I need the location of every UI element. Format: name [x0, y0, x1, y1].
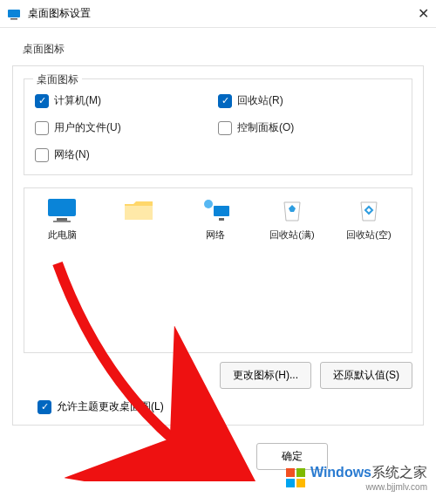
change-icon-button[interactable]: 更改图标(H)...	[220, 362, 311, 389]
checkbox-userfiles[interactable]: 用户的文件(U)	[35, 120, 218, 135]
close-icon[interactable]: ✕	[394, 5, 429, 22]
checkbox-recyclebin-label: 回收站(R)	[237, 93, 283, 108]
svg-rect-6	[214, 206, 229, 216]
dialog-body: 桌面图标 计算机(M) 回收站(R) 用户的文件(U) 控制面板(O) 网络(N…	[12, 65, 424, 426]
checkbox-controlpanel-box[interactable]	[218, 121, 232, 135]
icon-item-recycleempty[interactable]: 回收站(空)	[338, 197, 399, 242]
icon-label-recyclefull: 回收站(满)	[269, 228, 314, 242]
title-bar: 桌面图标设置 ✕	[0, 0, 436, 28]
svg-rect-0	[8, 10, 20, 17]
network-icon	[200, 197, 231, 223]
icon-item-recyclefull[interactable]: 回收站(满)	[262, 197, 323, 242]
icon-item-thispc[interactable]: 此电脑	[31, 197, 92, 242]
checkbox-recyclebin-box[interactable]	[218, 94, 232, 108]
icon-preview-panel: 此电脑 网络 回收站(满) 回收站(空)	[24, 187, 412, 353]
tab-strip: 桌面图标	[10, 37, 436, 62]
checkbox-controlpanel[interactable]: 控制面板(O)	[218, 120, 401, 135]
window-title: 桌面图标设置	[28, 6, 394, 21]
windows-logo-icon	[286, 468, 305, 487]
monitor-icon	[46, 197, 78, 223]
checkbox-controlpanel-label: 控制面板(O)	[237, 120, 294, 135]
watermark: Windows系统之家 www.bjjmlv.com	[286, 464, 427, 492]
checkbox-computer-box[interactable]	[35, 94, 49, 108]
restore-default-button[interactable]: 还原默认值(S)	[320, 362, 412, 389]
recycle-empty-icon	[353, 197, 385, 223]
icon-label-thispc: 此电脑	[48, 228, 77, 242]
checkbox-network-box[interactable]	[35, 148, 49, 162]
checkbox-network[interactable]: 网络(N)	[35, 147, 218, 162]
fieldset-desktop-icons: 桌面图标 计算机(M) 回收站(R) 用户的文件(U) 控制面板(O) 网络(N…	[24, 78, 412, 175]
fieldset-legend: 桌面图标	[33, 72, 82, 87]
recycle-full-icon	[276, 197, 308, 223]
icon-label-recycleempty: 回收站(空)	[346, 228, 391, 242]
svg-point-5	[204, 200, 213, 208]
checkbox-grid: 计算机(M) 回收站(R) 用户的文件(U) 控制面板(O) 网络(N)	[35, 93, 401, 162]
checkbox-computer-label: 计算机(M)	[54, 93, 101, 108]
icon-button-row: 更改图标(H)... 还原默认值(S)	[24, 362, 412, 389]
checkbox-computer[interactable]: 计算机(M)	[35, 93, 218, 108]
folder-icon	[123, 197, 154, 223]
checkbox-allow-theme-change[interactable]: 允许主题更改桌面图(L)	[37, 399, 412, 414]
checkbox-allow-theme-change-label: 允许主题更改桌面图(L)	[57, 399, 164, 414]
icon-label-network: 网络	[206, 228, 225, 242]
app-icon	[7, 7, 21, 21]
svg-rect-3	[57, 218, 67, 221]
watermark-text: Windows系统之家 www.bjjmlv.com	[310, 464, 427, 492]
checkbox-network-label: 网络(N)	[54, 147, 90, 162]
svg-rect-2	[48, 199, 76, 216]
checkbox-allow-theme-change-box[interactable]	[37, 400, 51, 414]
checkbox-userfiles-box[interactable]	[35, 121, 49, 135]
svg-rect-4	[53, 221, 71, 222]
tab-desktop-icons[interactable]: 桌面图标	[10, 37, 77, 62]
icon-item-network[interactable]: 网络	[185, 197, 246, 242]
svg-rect-7	[219, 218, 224, 221]
icon-item-unnamed[interactable]	[108, 197, 169, 228]
checkbox-recyclebin[interactable]: 回收站(R)	[218, 93, 401, 108]
checkbox-userfiles-label: 用户的文件(U)	[54, 120, 121, 135]
svg-rect-1	[10, 18, 17, 20]
